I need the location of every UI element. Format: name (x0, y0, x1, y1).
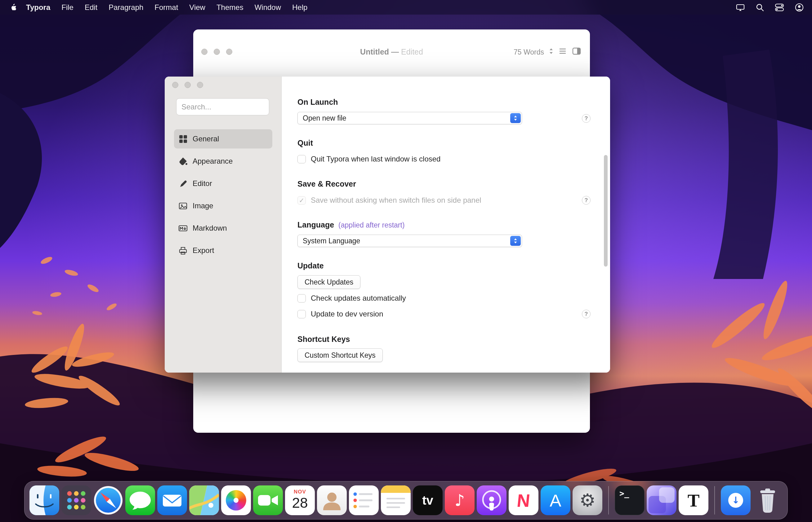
dock-divider (714, 486, 715, 515)
menu-item-format[interactable]: Format (149, 3, 183, 12)
language-dropdown[interactable]: System Language (297, 235, 522, 247)
control-center-icon[interactable] (775, 3, 784, 12)
section-heading-save-recover: Save & Recover (297, 179, 522, 188)
gear-icon: ⚙ (579, 491, 596, 509)
section-heading-quit: Quit (297, 138, 522, 147)
sidebar-item-export[interactable]: Export (174, 241, 272, 260)
search-input[interactable] (176, 98, 269, 115)
dock-apple-tv-icon[interactable]: tv (413, 485, 443, 515)
quit-checkbox-row: Quit Typora when last window is closed (297, 155, 522, 163)
section-heading-shortcut-keys: Shortcut Keys (297, 335, 522, 344)
desktop: Typora File Edit Paragraph Format View T… (0, 0, 812, 522)
dev-version-help-icon[interactable]: ? (582, 310, 591, 318)
editor-titlebar-controls: 75 Words (514, 47, 581, 57)
menu-bar-status (736, 3, 804, 12)
menu-item-paragraph[interactable]: Paragraph (103, 3, 149, 12)
dock: NOV 28 tv ♪ N A ⚙ >_ (24, 481, 788, 520)
pencil-icon (178, 179, 188, 188)
on-launch-dropdown[interactable]: Open new file (297, 112, 522, 124)
dock-photos-icon[interactable] (221, 485, 251, 515)
dock-messages-icon[interactable] (125, 485, 155, 515)
dock-system-settings-icon[interactable]: ⚙ (573, 485, 602, 515)
title-separator: — (391, 47, 399, 56)
dock-notes-icon[interactable] (381, 485, 411, 515)
document-title: Untitled (360, 47, 389, 56)
scrollbar[interactable] (604, 155, 607, 266)
word-count-chevrons-icon[interactable] (549, 47, 553, 57)
custom-shortcut-keys-button[interactable]: Custom Shortcut Keys (297, 348, 383, 362)
sidebar-item-general[interactable]: General (174, 129, 272, 148)
sidebar-panel-icon[interactable] (572, 47, 581, 57)
sidebar-item-editor[interactable]: Editor (174, 174, 272, 193)
check-updates-button[interactable]: Check Updates (297, 275, 361, 289)
sidebar-item-image[interactable]: Image (174, 196, 272, 216)
paint-bucket-icon (178, 157, 188, 166)
dock-podcasts-icon[interactable] (477, 485, 506, 515)
dock-mail-icon[interactable] (157, 485, 187, 515)
menu-item-view[interactable]: View (183, 3, 211, 12)
language-restart-note: (applied after restart) (339, 221, 404, 229)
apple-menu[interactable] (10, 3, 18, 12)
dock-gradient-app-icon[interactable] (647, 485, 676, 515)
dev-version-checkbox[interactable] (297, 310, 306, 318)
outline-list-icon[interactable] (558, 47, 567, 57)
language-dropdown-value: System Language (303, 237, 360, 245)
user-account-icon[interactable] (795, 3, 804, 12)
dock-downloads-icon[interactable]: ↓ (721, 485, 751, 515)
menu-item-edit[interactable]: Edit (79, 3, 103, 12)
close-button[interactable] (172, 82, 178, 88)
dev-version-row: Update to dev version (297, 310, 522, 318)
dock-maps-icon[interactable] (189, 485, 219, 515)
dock-app-store-icon[interactable]: A (541, 485, 571, 515)
apple-tv-label: tv (422, 494, 433, 507)
menu-item-file[interactable]: File (56, 3, 79, 12)
dock-contacts-icon[interactable] (317, 485, 347, 515)
dock-facetime-icon[interactable] (253, 485, 283, 515)
dock-safari-icon[interactable] (93, 485, 123, 515)
markdown-icon (178, 223, 188, 233)
language-heading-text: Language (297, 220, 334, 229)
dock-news-icon[interactable]: N (509, 485, 538, 515)
sidebar-item-label: Image (193, 201, 213, 210)
quit-checkbox[interactable] (297, 155, 306, 163)
screen-mirroring-icon[interactable] (736, 3, 745, 12)
menu-item-window[interactable]: Window (249, 3, 287, 12)
dock-finder-icon[interactable] (30, 485, 59, 515)
dock-terminal-icon[interactable]: >_ (615, 485, 644, 515)
quit-checkbox-label: Quit Typora when last window is closed (311, 155, 441, 163)
zoom-button[interactable] (197, 82, 203, 88)
auto-update-checkbox[interactable] (297, 294, 306, 303)
menu-bar: Typora File Edit Paragraph Format View T… (0, 0, 812, 15)
photos-pinwheel-icon (226, 490, 246, 510)
on-launch-help-icon[interactable]: ? (582, 114, 591, 123)
section-heading-on-launch: On Launch (297, 97, 522, 107)
sidebar-item-appearance[interactable]: Appearance (174, 152, 272, 171)
dropdown-stepper-icon (510, 113, 521, 123)
edited-status: Edited (401, 47, 423, 56)
menu-item-help[interactable]: Help (287, 3, 313, 12)
dock-divider (608, 486, 609, 515)
menu-app-name[interactable]: Typora (20, 3, 56, 12)
dock-launchpad-icon[interactable] (61, 485, 91, 515)
search-icon[interactable] (756, 3, 764, 12)
save-recover-help-icon[interactable]: ? (582, 196, 591, 205)
download-arrow-icon: ↓ (732, 496, 739, 505)
dock-reminders-icon[interactable] (349, 485, 379, 515)
dock-calendar-icon[interactable]: NOV 28 (285, 485, 315, 515)
section-heading-language: Language(applied after restart) (297, 220, 522, 229)
image-icon (178, 201, 188, 210)
general-settings: On Launch Open new file Quit Quit Typora… (282, 77, 522, 362)
dock-typora-icon[interactable]: T (679, 485, 709, 515)
menu-item-themes[interactable]: Themes (211, 3, 249, 12)
word-count[interactable]: 75 Words (514, 48, 544, 56)
sidebar-item-label: General (193, 135, 219, 143)
minimize-button[interactable] (185, 82, 191, 88)
download-badge: ↓ (728, 493, 743, 508)
dock-music-icon[interactable]: ♪ (445, 485, 475, 515)
apple-icon (10, 3, 18, 12)
preferences-nav: General Appearance Editor Image Markdown (174, 129, 272, 263)
preferences-sidebar: General Appearance Editor Image Markdown (165, 77, 282, 373)
sidebar-item-markdown[interactable]: Markdown (174, 219, 272, 238)
save-without-asking-checkbox[interactable]: ✓ (297, 196, 306, 205)
dock-trash-icon[interactable] (753, 485, 782, 515)
